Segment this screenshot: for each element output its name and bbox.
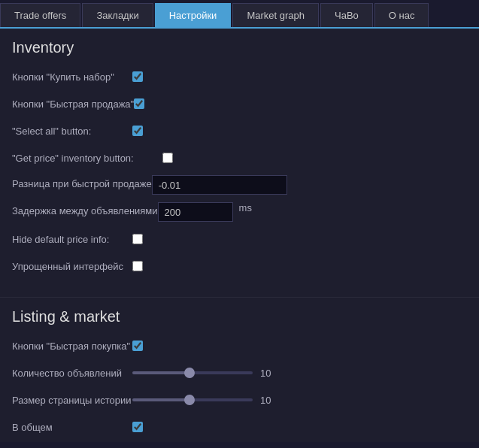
get-price-checkbox[interactable] [162,153,173,163]
inventory-section: Inventory Кнопки "Купить набор" Кнопки "… [0,29,479,298]
listing-count-label: Количество объявлений [12,368,132,379]
history-page-value: 10 [260,395,275,406]
simplified-ui-checkbox[interactable] [132,261,143,271]
select-all-checkbox[interactable] [132,126,143,136]
inventory-title: Inventory [12,39,467,56]
buy-set-checkbox[interactable] [132,71,143,82]
select-all-checkbox-wrap [132,126,143,136]
get-price-row: "Get price" inventory button: [12,148,467,168]
select-all-row: "Select all" button: [12,121,467,141]
hide-price-checkbox-wrap [132,234,143,244]
select-all-label: "Select all" button: [12,126,132,137]
in-general-label: В общем [12,422,132,433]
hide-price-row: Hide default price info: [12,229,467,249]
buy-set-row: Кнопки "Купить набор" [12,67,467,86]
quick-sell-row: Кнопки "Быстрая продажа" [12,94,467,114]
tab-bar: Trade offers Закладки Настройки Market g… [0,0,479,29]
tab-trade-offers[interactable]: Trade offers [0,3,80,27]
quick-sell-diff-input[interactable] [152,175,287,195]
listing-count-slider[interactable] [132,371,253,374]
get-price-checkbox-wrap [162,153,173,163]
simplified-ui-label: Упрощенный интерфейс [12,261,132,272]
tab-settings[interactable]: Настройки [155,3,232,27]
delay-suffix: ms [239,202,252,213]
hide-price-checkbox[interactable] [132,234,143,244]
buy-set-checkbox-wrap [132,71,143,82]
buy-set-label: Кнопки "Купить набор" [12,71,132,83]
quick-sell-checkbox-wrap [134,98,144,109]
quick-buy-row: Кнопки "Быстрая покупка" [12,336,467,356]
tab-market-graph[interactable]: Market graph [232,3,319,27]
quick-buy-label: Кнопки "Быстрая покупка" [12,341,132,352]
history-page-row: Размер страницы истории 10 [12,390,467,410]
simplified-ui-checkbox-wrap [132,261,143,271]
listing-count-row: Количество объявлений 10 [12,363,467,383]
in-general-row: В общем [12,417,467,437]
history-page-label: Размер страницы истории [12,395,132,406]
listing-count-slider-wrap: 10 [132,368,275,379]
delay-input[interactable] [158,202,233,222]
simplified-ui-row: Упрощенный интерфейс [12,256,467,276]
hide-price-label: Hide default price info: [12,234,132,245]
tab-about[interactable]: О нас [374,3,429,27]
quick-buy-checkbox-wrap [132,341,143,351]
listing-market-section: Listing & market Кнопки "Быстрая покупка… [0,298,479,442]
history-page-slider[interactable] [132,398,253,401]
get-price-label: "Get price" inventory button: [12,153,162,164]
settings-content: Inventory Кнопки "Купить набор" Кнопки "… [0,29,479,442]
quick-sell-label: Кнопки "Быстрая продажа" [12,98,134,110]
in-general-checkbox[interactable] [132,422,143,432]
tab-bookmarks[interactable]: Закладки [82,3,153,27]
quick-sell-diff-row: Разница при быстрой продаже [12,175,467,195]
history-page-slider-wrap: 10 [132,395,275,406]
delay-label: Задержка между объявлениями [12,202,158,218]
quick-sell-diff-label: Разница при быстрой продаже [12,175,152,191]
quick-sell-checkbox[interactable] [134,98,144,109]
in-general-checkbox-wrap [132,422,143,432]
tab-faq[interactable]: ЧаВо [320,3,373,27]
delay-row: Задержка между объявлениями ms [12,202,467,222]
quick-buy-checkbox[interactable] [132,341,143,351]
listing-count-value: 10 [260,368,275,379]
listing-market-title: Listing & market [12,308,467,325]
